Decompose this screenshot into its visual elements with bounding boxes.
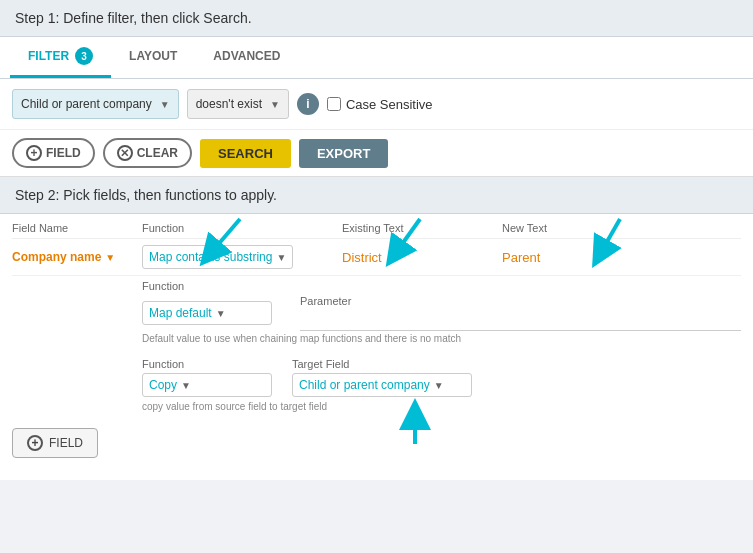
fields-row: Company name ▼ Map contains substring ▼ …	[12, 239, 741, 276]
param-label: Parameter	[300, 295, 741, 307]
func-select-arrow: ▼	[276, 252, 286, 263]
copy-select-arrow: ▼	[181, 380, 191, 391]
target-field-select[interactable]: Child or parent company ▼	[292, 373, 472, 397]
action-row: + FIELD ✕ CLEAR SEARCH EXPORT	[0, 130, 753, 177]
sub-function-section: Function Map default ▼ Parameter Default…	[142, 276, 741, 348]
param-input[interactable]	[300, 310, 741, 331]
sub-function-label: Function	[142, 280, 741, 292]
map-default-arrow: ▼	[216, 308, 226, 319]
tab-layout[interactable]: LAYOUT	[111, 37, 195, 78]
copy-helper: copy value from source field to target f…	[142, 401, 741, 412]
case-sensitive-checkbox-label[interactable]: Case Sensitive	[327, 97, 433, 112]
sub-function-helper: Default value to use when chaining map f…	[142, 333, 741, 344]
info-icon[interactable]: i	[297, 93, 319, 115]
tab-advanced[interactable]: ADVANCED	[195, 37, 298, 78]
add-field-step2-icon: +	[27, 435, 43, 451]
case-sensitive-checkbox[interactable]	[327, 97, 341, 111]
step1-header: Step 1: Define filter, then click Search…	[0, 0, 753, 37]
step2-header: Step 2: Pick fields, then functions to a…	[0, 177, 753, 214]
copy-section: Function Copy ▼ Target Field Child or pa…	[142, 354, 741, 416]
col-new: New Text	[502, 222, 741, 234]
condition-dropdown-arrow: ▼	[270, 99, 280, 110]
map-default-select[interactable]: Map default ▼	[142, 301, 272, 325]
filter-row: Child or parent company ▼ doesn't exist …	[0, 79, 753, 130]
field-new-value: Parent	[502, 250, 741, 265]
search-button[interactable]: SEARCH	[200, 139, 291, 168]
col-existing: Existing Text	[342, 222, 502, 234]
add-field-step2-button[interactable]: + FIELD	[12, 428, 98, 458]
target-field-arrow: ▼	[434, 380, 444, 391]
add-field-icon: +	[26, 145, 42, 161]
target-field-label: Target Field	[292, 358, 472, 370]
add-field-button[interactable]: + FIELD	[12, 138, 95, 168]
field-dropdown[interactable]: Child or parent company ▼	[12, 89, 179, 119]
filter-badge: 3	[75, 47, 93, 65]
function-select[interactable]: Map contains substring ▼	[142, 245, 293, 269]
clear-button[interactable]: ✕ CLEAR	[103, 138, 192, 168]
clear-icon: ✕	[117, 145, 133, 161]
tabs-bar: FILTER 3 LAYOUT ADVANCED	[0, 37, 753, 79]
field-name-value: Company name ▼	[12, 250, 142, 264]
field-dropdown-arrow: ▼	[160, 99, 170, 110]
condition-dropdown[interactable]: doesn't exist ▼	[187, 89, 289, 119]
step2-body: Field Name Function Existing Text New Te…	[0, 214, 753, 480]
tab-filter[interactable]: FILTER 3	[10, 37, 111, 78]
col-function: Function	[142, 222, 342, 234]
col-field-name: Field Name	[12, 222, 142, 234]
copy-select[interactable]: Copy ▼	[142, 373, 272, 397]
field-name-arrow: ▼	[105, 252, 115, 263]
fields-header: Field Name Function Existing Text New Te…	[12, 214, 741, 239]
copy-function-label: Function	[142, 358, 272, 370]
field-function-value[interactable]: Map contains substring ▼	[142, 245, 342, 269]
export-button[interactable]: EXPORT	[299, 139, 388, 168]
field-existing-value: District	[342, 250, 502, 265]
